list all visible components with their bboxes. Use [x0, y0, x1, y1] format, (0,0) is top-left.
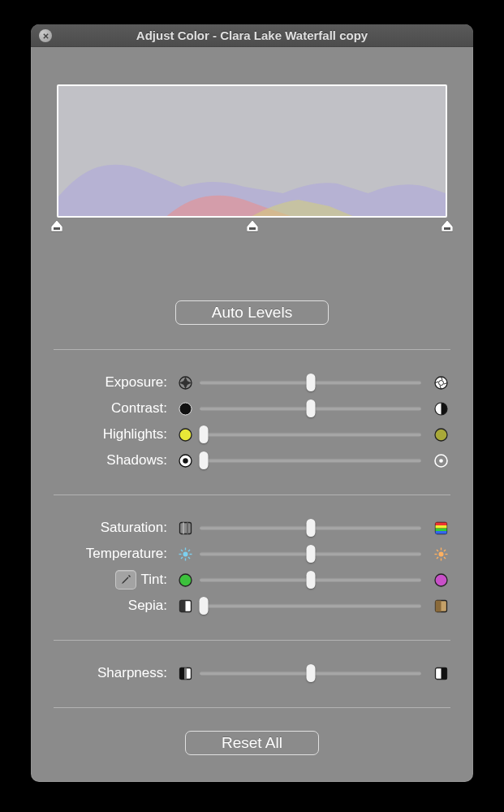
shadows-slider[interactable] — [200, 451, 421, 470]
tint-label: Tint: — [141, 572, 167, 588]
saturation-row: Saturation: — [54, 515, 450, 541]
histogram-handle-0[interactable] — [51, 219, 62, 237]
highlights-label: Highlights: — [103, 426, 167, 443]
histogram — [57, 84, 447, 218]
exposure-slider-thumb[interactable] — [306, 374, 315, 391]
divider — [54, 707, 450, 708]
circle-yellow-icon — [175, 428, 195, 442]
temperature-label: Temperature: — [86, 546, 167, 562]
contrast-row: Contrast: — [54, 395, 450, 421]
histogram-handles — [57, 219, 447, 237]
shadows-label: Shadows: — [106, 452, 167, 469]
adjust-color-window: Adjust Color - Clara Lake Waterfall copy… — [31, 24, 473, 782]
window-content: Auto Levels Exposure:Contrast:Highlights… — [31, 47, 473, 775]
square-bw-icon — [175, 599, 195, 613]
square-rainbow-icon — [431, 521, 450, 535]
sharpness-label: Sharpness: — [97, 665, 167, 681]
divider — [54, 495, 450, 495]
square-soft-icon — [175, 667, 195, 680]
window-title: Adjust Color - Clara Lake Waterfall copy — [31, 28, 473, 42]
square-gray-icon — [175, 521, 195, 535]
square-sepia-icon — [431, 599, 450, 613]
contrast-slider[interactable] — [200, 399, 421, 418]
saturation-label: Saturation: — [101, 520, 167, 536]
auto-levels-row: Auto Levels — [54, 300, 450, 325]
auto-levels-button[interactable]: Auto Levels — [175, 300, 329, 325]
close-icon — [42, 32, 50, 40]
aperture-closed-icon — [175, 376, 195, 390]
exposure-slider[interactable] — [200, 373, 421, 392]
sepia-row: Sepia: — [54, 593, 450, 619]
saturation-slider-thumb[interactable] — [306, 519, 315, 537]
aperture-open-icon — [431, 376, 450, 390]
temperature-slider[interactable] — [200, 544, 421, 564]
divider — [54, 349, 450, 350]
circle-dot-black-icon — [175, 454, 195, 468]
temperature-row: Temperature: — [54, 541, 450, 567]
histogram-handle-1[interactable] — [247, 219, 258, 237]
histogram-graph — [58, 86, 446, 216]
sepia-slider[interactable] — [200, 596, 421, 615]
contrast-label: Contrast: — [111, 400, 167, 417]
sepia-label: Sepia: — [128, 598, 167, 614]
histogram-area — [54, 84, 450, 237]
sun-warm-icon — [431, 547, 450, 561]
eyedropper-icon — [118, 573, 132, 587]
circle-black-icon — [175, 402, 195, 416]
highlights-slider-thumb[interactable] — [200, 425, 209, 443]
sepia-slider-thumb[interactable] — [200, 597, 209, 615]
circle-olive-icon — [431, 428, 450, 442]
eyedropper-button[interactable] — [115, 570, 136, 590]
shadows-slider-thumb[interactable] — [200, 451, 209, 469]
sun-cool-icon — [175, 547, 195, 561]
tint-slider-thumb[interactable] — [306, 571, 315, 589]
titlebar: Adjust Color - Clara Lake Waterfall copy — [31, 24, 473, 47]
sharpness-row: Sharpness: — [54, 660, 450, 686]
reset-all-row: Reset All — [54, 731, 450, 755]
tint-row: Tint: — [54, 567, 450, 593]
circle-dot-white-icon — [431, 454, 450, 468]
circle-green-icon — [175, 573, 195, 587]
reset-all-button[interactable]: Reset All — [185, 731, 319, 755]
close-button[interactable] — [39, 29, 52, 42]
exposure-row: Exposure: — [54, 369, 450, 395]
exposure-label: Exposure: — [105, 374, 167, 391]
contrast-slider-thumb[interactable] — [306, 400, 315, 417]
section-tone: Exposure:Contrast:Highlights:Shadows: — [54, 369, 450, 473]
saturation-slider[interactable] — [200, 518, 421, 538]
tint-slider[interactable] — [200, 570, 421, 590]
shadows-row: Shadows: — [54, 447, 450, 473]
section-sharp: Sharpness: — [54, 660, 450, 686]
highlights-slider[interactable] — [200, 425, 421, 444]
sharpness-slider[interactable] — [200, 663, 421, 683]
sharpness-slider-thumb[interactable] — [306, 664, 315, 682]
temperature-slider-thumb[interactable] — [306, 545, 315, 563]
circle-half-icon — [431, 402, 450, 416]
square-sharp-icon — [431, 667, 450, 680]
section-color: Saturation:Temperature:Tint:Sepia: — [54, 515, 450, 619]
circle-magenta-icon — [431, 573, 450, 587]
divider — [54, 640, 450, 641]
histogram-handle-2[interactable] — [442, 219, 453, 237]
highlights-row: Highlights: — [54, 421, 450, 447]
